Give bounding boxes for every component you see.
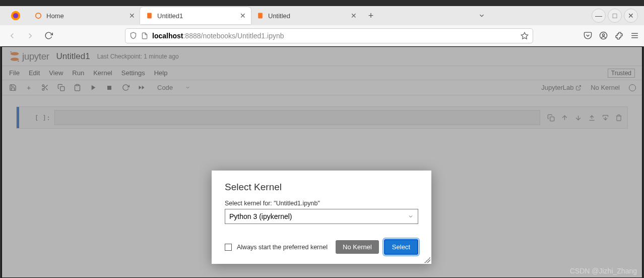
- window-titlebar: [0, 0, 644, 6]
- svg-rect-4: [147, 13, 152, 19]
- minimize-button[interactable]: —: [592, 9, 606, 23]
- duplicate-icon[interactable]: [547, 114, 555, 122]
- back-button[interactable]: [5, 29, 19, 43]
- pocket-icon[interactable]: [584, 31, 592, 40]
- menu-kernel[interactable]: Kernel: [93, 69, 112, 77]
- trusted-badge[interactable]: Trusted: [608, 69, 635, 78]
- url-bar[interactable]: localhost:8888/notebooks/Untitled1.ipynb: [125, 28, 533, 43]
- svg-rect-21: [60, 87, 64, 91]
- insert-above-icon[interactable]: [588, 114, 596, 122]
- jupyterlab-link[interactable]: JupyterLab: [541, 84, 582, 91]
- run-icon[interactable]: [89, 84, 98, 91]
- extensions-icon[interactable]: [615, 31, 623, 40]
- kernel-select-value: Python 3 (ipykernel): [229, 212, 292, 220]
- add-cell-icon[interactable]: +: [24, 84, 33, 92]
- chevron-down-icon: [185, 85, 190, 90]
- dialog-title: Select Kernel: [225, 182, 418, 193]
- paste-icon[interactable]: [73, 84, 82, 91]
- toolbar: + Code JupyterLab No Kernel: [2, 80, 642, 95]
- copy-icon[interactable]: [56, 84, 66, 91]
- svg-point-8: [602, 34, 604, 36]
- browser-chrome: Home ✕ Untitled1 ✕ Untitled ✕ + — □ ✕ lo…: [0, 6, 644, 46]
- tab-label: Untitled: [268, 12, 290, 20]
- delete-icon[interactable]: [615, 114, 622, 122]
- svg-line-20: [44, 86, 45, 87]
- watermark: CSDN @Jizhi_Zhang: [570, 267, 637, 275]
- menu-icon[interactable]: [630, 31, 639, 40]
- insert-below-icon[interactable]: [602, 114, 609, 122]
- svg-point-17: [42, 88, 44, 90]
- menu-settings[interactable]: Settings: [121, 69, 145, 77]
- svg-point-14: [10, 51, 12, 52]
- notebook-tab-icon: [145, 12, 153, 20]
- notebook-tab-icon: [256, 12, 264, 20]
- no-kernel-button[interactable]: No Kernel: [336, 240, 379, 254]
- menu-edit[interactable]: Edit: [29, 69, 40, 77]
- fast-forward-icon[interactable]: [137, 84, 146, 91]
- menu-view[interactable]: View: [49, 69, 63, 77]
- move-up-icon[interactable]: [561, 114, 568, 122]
- tabs-dropdown-icon[interactable]: [478, 12, 485, 19]
- jupyter-logo-text: jupyter: [22, 51, 49, 62]
- page-icon: [141, 32, 148, 39]
- svg-marker-25: [142, 86, 145, 90]
- account-icon[interactable]: [599, 31, 608, 40]
- close-icon[interactable]: ✕: [129, 12, 135, 20]
- svg-point-12: [11, 52, 19, 55]
- restart-icon[interactable]: [121, 84, 130, 91]
- svg-rect-24: [107, 86, 111, 90]
- cell-toolbar: [542, 107, 627, 128]
- bookmark-icon[interactable]: [521, 32, 529, 40]
- forward-button[interactable]: [23, 29, 37, 43]
- save-icon[interactable]: [8, 84, 17, 91]
- svg-point-16: [42, 85, 44, 87]
- dialog-label: Select kernel for: "Untitled1.ipynb": [225, 200, 418, 207]
- close-window-button[interactable]: ✕: [624, 9, 638, 23]
- close-icon[interactable]: ✕: [351, 12, 357, 20]
- resize-handle-icon[interactable]: [424, 257, 430, 263]
- jupyter-logo-icon: [9, 50, 20, 63]
- tab-untitled[interactable]: Untitled ✕: [251, 7, 362, 24]
- tab-home[interactable]: Home ✕: [29, 7, 140, 24]
- code-cell[interactable]: [ ]:: [16, 106, 628, 129]
- cell-prompt: [ ]:: [19, 107, 54, 128]
- move-down-icon[interactable]: [574, 114, 582, 122]
- select-button[interactable]: Select: [384, 239, 418, 255]
- select-kernel-dialog: Select Kernel Select kernel for: "Untitl…: [212, 171, 431, 264]
- cell-type-select[interactable]: Code: [157, 84, 190, 91]
- menu-file[interactable]: File: [9, 69, 20, 77]
- always-start-checkbox[interactable]: [225, 244, 232, 251]
- svg-line-27: [578, 86, 581, 89]
- toolbar-right: [584, 31, 639, 40]
- reload-button[interactable]: [41, 29, 55, 43]
- menu-help[interactable]: Help: [154, 69, 168, 77]
- svg-marker-26: [139, 86, 142, 90]
- dialog-footer: Always start the preferred kernel No Ker…: [225, 239, 418, 255]
- kernel-status-label[interactable]: No Kernel: [591, 84, 620, 91]
- shield-icon: [130, 32, 137, 39]
- svg-rect-22: [76, 84, 79, 86]
- menu-run[interactable]: Run: [72, 69, 84, 77]
- document-title[interactable]: Untitled1: [56, 51, 90, 62]
- jupyter-logo[interactable]: jupyter: [9, 50, 49, 63]
- tab-label: Untitled1: [157, 12, 183, 20]
- kernel-indicator-icon[interactable]: [629, 84, 636, 91]
- new-tab-button[interactable]: +: [364, 9, 378, 23]
- nav-bar: localhost:8888/notebooks/Untitled1.ipynb: [0, 25, 644, 46]
- svg-rect-5: [258, 13, 263, 19]
- cut-icon[interactable]: [40, 84, 49, 91]
- jupyter-header: jupyter Untitled1 Last Checkpoint: 1 min…: [2, 47, 642, 66]
- menu-bar: File Edit View Run Kernel Settings Help …: [2, 66, 642, 80]
- notebook-area: [ ]:: [2, 95, 642, 140]
- chevron-down-icon: [408, 213, 414, 219]
- tab-untitled1[interactable]: Untitled1 ✕: [140, 7, 251, 24]
- kernel-select[interactable]: Python 3 (ipykernel): [225, 209, 418, 224]
- tab-bar: Home ✕ Untitled1 ✕ Untitled ✕ + — □ ✕: [0, 6, 644, 25]
- url-text: localhost:8888/notebooks/Untitled1.ipynb: [152, 32, 284, 40]
- svg-marker-6: [521, 32, 528, 39]
- close-icon[interactable]: ✕: [240, 12, 246, 20]
- checkpoint-label: Last Checkpoint: 1 minute ago: [97, 53, 179, 60]
- stop-icon[interactable]: [105, 85, 114, 91]
- code-input[interactable]: [54, 110, 540, 125]
- maximize-button[interactable]: □: [608, 9, 622, 23]
